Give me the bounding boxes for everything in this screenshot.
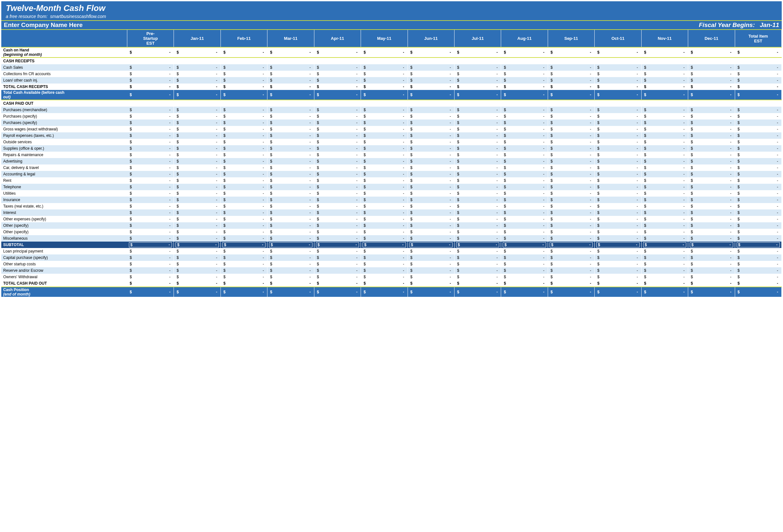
cell[interactable]: $-: [314, 261, 361, 267]
cell[interactable]: $-: [174, 287, 220, 297]
cell[interactable]: $-: [361, 222, 408, 229]
cell[interactable]: $-: [314, 241, 361, 248]
cell[interactable]: [501, 100, 548, 107]
cell[interactable]: $-: [501, 152, 548, 158]
cell[interactable]: $-: [735, 126, 781, 132]
cell[interactable]: $-: [174, 209, 220, 216]
cell[interactable]: $-: [641, 139, 688, 145]
cell[interactable]: $-: [174, 84, 220, 90]
cell[interactable]: $-: [174, 64, 220, 71]
cell[interactable]: $-: [314, 47, 361, 58]
cell[interactable]: $-: [268, 71, 314, 77]
cell[interactable]: $-: [454, 229, 501, 235]
cell[interactable]: $-: [641, 152, 688, 158]
cell[interactable]: $-: [454, 274, 501, 280]
cell[interactable]: $-: [314, 235, 361, 241]
cell[interactable]: $-: [454, 47, 501, 58]
cell[interactable]: $-: [408, 171, 454, 177]
cell[interactable]: $-: [268, 171, 314, 177]
cell[interactable]: $-: [454, 71, 501, 77]
cell[interactable]: $-: [735, 261, 781, 267]
cell[interactable]: $-: [314, 64, 361, 71]
cell[interactable]: $-: [641, 84, 688, 90]
cell[interactable]: $-: [314, 120, 361, 126]
cell[interactable]: $-: [174, 165, 220, 171]
cell[interactable]: $-: [268, 248, 314, 255]
cell[interactable]: $-: [688, 145, 735, 152]
cell[interactable]: $-: [268, 145, 314, 152]
cell[interactable]: [548, 100, 594, 107]
cell[interactable]: $-: [688, 171, 735, 177]
cell[interactable]: $-: [268, 139, 314, 145]
cell[interactable]: $-: [408, 165, 454, 171]
cell[interactable]: $-: [268, 229, 314, 235]
cell[interactable]: $-: [361, 190, 408, 197]
cell[interactable]: $-: [220, 248, 267, 255]
cell[interactable]: $-: [314, 113, 361, 120]
cell[interactable]: $-: [454, 171, 501, 177]
cell[interactable]: $-: [641, 216, 688, 222]
cell[interactable]: $-: [454, 158, 501, 165]
cell[interactable]: $-: [548, 190, 594, 197]
cell[interactable]: $-: [220, 197, 267, 203]
cell[interactable]: $-: [220, 139, 267, 145]
cell[interactable]: $-: [220, 165, 267, 171]
cell[interactable]: $-: [408, 84, 454, 90]
cell[interactable]: $-: [361, 77, 408, 84]
cell[interactable]: $-: [268, 90, 314, 100]
cell[interactable]: $-: [361, 165, 408, 171]
cell[interactable]: $-: [408, 190, 454, 197]
cell[interactable]: $-: [548, 274, 594, 280]
cell[interactable]: $-: [361, 235, 408, 241]
cell[interactable]: $-: [735, 229, 781, 235]
cell[interactable]: $-: [127, 139, 174, 145]
cell[interactable]: $-: [548, 132, 594, 139]
cell[interactable]: $-: [408, 126, 454, 132]
cell[interactable]: $-: [641, 248, 688, 255]
cell[interactable]: $-: [408, 197, 454, 203]
cell[interactable]: $-: [127, 248, 174, 255]
cell[interactable]: $-: [408, 274, 454, 280]
cell[interactable]: $-: [174, 126, 220, 132]
cell[interactable]: $-: [220, 158, 267, 165]
cell[interactable]: $-: [361, 197, 408, 203]
cell[interactable]: [641, 100, 688, 107]
cell[interactable]: $-: [268, 274, 314, 280]
cell[interactable]: $-: [408, 90, 454, 100]
cell[interactable]: $-: [314, 139, 361, 145]
cell[interactable]: $-: [454, 120, 501, 126]
cell[interactable]: $-: [314, 145, 361, 152]
cell[interactable]: $-: [127, 158, 174, 165]
cell[interactable]: $-: [548, 71, 594, 77]
cell[interactable]: $-: [688, 126, 735, 132]
cell[interactable]: $-: [268, 222, 314, 229]
cell[interactable]: $-: [220, 126, 267, 132]
cell[interactable]: $-: [220, 267, 267, 274]
cell[interactable]: $-: [268, 261, 314, 267]
cell[interactable]: $-: [454, 184, 501, 190]
cell[interactable]: $-: [361, 84, 408, 90]
cell[interactable]: $-: [501, 145, 548, 152]
cell[interactable]: $-: [688, 274, 735, 280]
cell[interactable]: $-: [548, 235, 594, 241]
cell[interactable]: $-: [268, 267, 314, 274]
cell[interactable]: $-: [688, 222, 735, 229]
cell[interactable]: $-: [174, 248, 220, 255]
cell[interactable]: $-: [174, 120, 220, 126]
cell[interactable]: $-: [361, 203, 408, 209]
cell[interactable]: $-: [595, 274, 641, 280]
cell[interactable]: [174, 58, 220, 64]
cell[interactable]: $-: [127, 71, 174, 77]
cell[interactable]: $-: [174, 139, 220, 145]
cell[interactable]: $-: [361, 47, 408, 58]
cell[interactable]: $-: [735, 274, 781, 280]
cell[interactable]: $-: [735, 120, 781, 126]
cell[interactable]: $-: [735, 177, 781, 184]
cell[interactable]: $-: [454, 209, 501, 216]
cell[interactable]: $-: [268, 203, 314, 209]
cell[interactable]: $-: [548, 280, 594, 287]
cell[interactable]: $-: [314, 184, 361, 190]
cell[interactable]: $-: [735, 203, 781, 209]
cell[interactable]: $-: [174, 255, 220, 261]
cell[interactable]: $-: [268, 280, 314, 287]
